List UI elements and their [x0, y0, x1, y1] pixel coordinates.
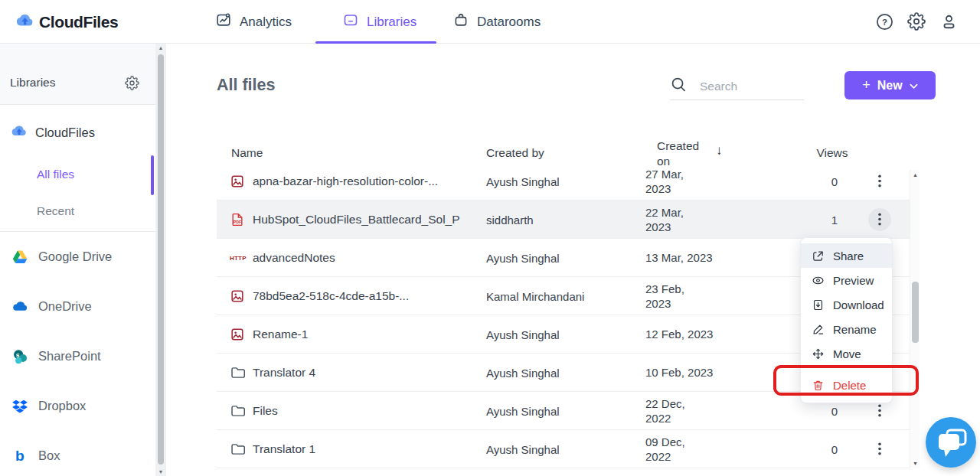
menu-item-label: Rename	[833, 323, 877, 336]
file-name: Files	[253, 404, 278, 418]
kebab-menu-icon[interactable]	[868, 438, 891, 461]
column-header-created-by[interactable]: Created by	[486, 146, 544, 160]
connector-list: Google Drive OneDrive s SharePoint Dropb…	[0, 232, 155, 476]
new-button[interactable]: + New	[844, 71, 936, 99]
pdf-file-icon: PDF	[230, 212, 245, 227]
menu-item-label: Move	[833, 347, 861, 360]
tab-label: Libraries	[367, 15, 416, 30]
active-tab-underline	[315, 41, 436, 44]
sidebar-header: Libraries	[0, 44, 155, 105]
sidebar-scroll-thumb[interactable]	[158, 54, 164, 465]
sidebar-item-sharepoint[interactable]: s SharePoint	[0, 331, 155, 381]
chevron-down-icon	[910, 79, 918, 93]
scroll-down-icon[interactable]: ▼	[910, 461, 920, 466]
sidebar-item-box[interactable]: b Box	[0, 431, 155, 476]
svg-text:s: s	[16, 351, 20, 359]
cloudfiles-cloud-icon	[11, 122, 28, 142]
chat-widget-button[interactable]	[926, 417, 976, 468]
help-icon[interactable]: ?	[874, 11, 894, 31]
menu-item-label: Preview	[833, 274, 874, 287]
created-by: Ayush Singhal	[486, 174, 560, 187]
file-name: Translator 1	[253, 442, 315, 456]
dropbox-icon	[11, 398, 29, 415]
http-file-icon: HTTP	[230, 254, 247, 261]
sidebar-item-onedrive[interactable]: OneDrive	[0, 282, 155, 331]
menu-item-preview[interactable]: Preview	[801, 268, 892, 292]
sort-arrow-down-icon[interactable]: ↓	[716, 143, 723, 158]
svg-text:?: ?	[882, 17, 887, 26]
table-scroll-thumb[interactable]	[912, 282, 919, 343]
search-box	[670, 73, 804, 100]
scroll-up-icon[interactable]: ▲	[155, 45, 166, 51]
folder-icon	[230, 403, 246, 419]
menu-item-label: Download	[833, 298, 884, 311]
tab-datarooms[interactable]: Datarooms	[452, 0, 541, 44]
brand-logo[interactable]: CloudFiles	[15, 0, 118, 44]
created-by: Ayush Singhal	[486, 442, 560, 455]
views-count: 0	[812, 404, 858, 417]
analytics-chart-icon	[215, 11, 232, 32]
image-file-icon	[230, 289, 245, 304]
tab-libraries[interactable]: Libraries	[342, 0, 416, 44]
column-header-name[interactable]: Name	[231, 146, 263, 160]
workspace-label: CloudFiles	[35, 126, 95, 140]
plus-icon: +	[862, 77, 871, 93]
scroll-up-icon[interactable]: ▲	[910, 172, 920, 178]
cloud-upload-icon	[15, 11, 34, 33]
cloudfiles-app: CloudFiles Analytics Libraries Datarooms…	[0, 0, 980, 476]
tab-label: Analytics	[240, 15, 292, 30]
connector-label: Dropbox	[38, 399, 86, 413]
sidebar-scrollbar[interactable]: ▲ ▼	[155, 44, 166, 476]
sidebar-item-all-files[interactable]: All files	[37, 166, 144, 183]
created-on: 23 Feb, 2023	[645, 281, 722, 311]
sidebar-item-dropbox[interactable]: Dropbox	[0, 381, 155, 431]
kebab-menu-icon[interactable]	[868, 170, 891, 193]
sidebar-item-recent[interactable]: Recent	[37, 203, 144, 220]
created-on: 10 Feb, 2023	[645, 365, 722, 380]
created-by: Kamal Mirchandani	[486, 289, 584, 302]
column-header-created-on[interactable]: Created on	[657, 139, 706, 169]
sidebar-item-cloudfiles[interactable]: CloudFiles	[0, 114, 155, 151]
file-name: advancedNotes	[253, 251, 335, 265]
gear-icon[interactable]	[906, 11, 926, 31]
image-file-icon	[230, 327, 245, 342]
menu-item-download[interactable]: Download	[801, 292, 892, 317]
file-name: apna-bazar-high-resolution-color-...	[253, 174, 438, 188]
table-scrollbar[interactable]: ▲ ▼	[910, 170, 920, 468]
profile-icon[interactable]	[939, 11, 959, 31]
table-row-apna-bazar-high-resolution-color[interactable]: apna-bazar-high-resolution-color-... Ayu…	[217, 170, 920, 201]
menu-item-share[interactable]: Share	[801, 243, 892, 268]
new-button-label: New	[877, 79, 903, 93]
menu-item-delete[interactable]: Delete	[801, 373, 892, 397]
active-item-indicator	[151, 155, 154, 195]
connector-label: Google Drive	[38, 249, 112, 264]
table-row-hubspot-cloudfiles-battlecard-sol-p[interactable]: PDF HubSpot_CloudFiles_Battlecard_Sol_P …	[217, 201, 920, 239]
created-by: Ayush Singhal	[486, 251, 560, 264]
chat-bubble-icon	[926, 457, 976, 470]
scroll-down-icon[interactable]: ▼	[155, 469, 166, 474]
search-icon	[670, 76, 688, 96]
column-header-views[interactable]: Views	[809, 146, 855, 160]
download-icon	[812, 298, 825, 311]
kebab-menu-icon[interactable]	[868, 208, 891, 231]
folder-icon	[230, 441, 246, 457]
sidebar: Libraries CloudFiles All files Recent Go…	[0, 44, 166, 476]
box-icon: b	[11, 448, 29, 465]
sidebar-title: Libraries	[10, 76, 55, 90]
svg-text:b: b	[15, 448, 24, 464]
onedrive-icon	[11, 298, 29, 315]
menu-item-rename[interactable]: Rename	[801, 317, 892, 341]
sidebar-item-google-drive[interactable]: Google Drive	[0, 232, 155, 282]
gear-icon[interactable]	[125, 76, 139, 93]
views-count: 1	[812, 213, 858, 226]
connector-label: Box	[38, 448, 60, 463]
search-input[interactable]	[700, 80, 792, 93]
created-by: Ayush Singhal	[486, 404, 560, 417]
file-name: Rename-1	[253, 328, 308, 341]
tab-analytics[interactable]: Analytics	[215, 0, 292, 44]
created-on: 12 Feb, 2023	[645, 327, 722, 342]
table-row-translator-1[interactable]: Translator 1 Ayush Singhal 09 Dec, 2022 …	[217, 430, 920, 468]
context-menu: Share Preview Download Rename Move Delet…	[800, 237, 893, 403]
page-title: All files	[217, 76, 275, 95]
menu-item-move[interactable]: Move	[801, 341, 892, 366]
